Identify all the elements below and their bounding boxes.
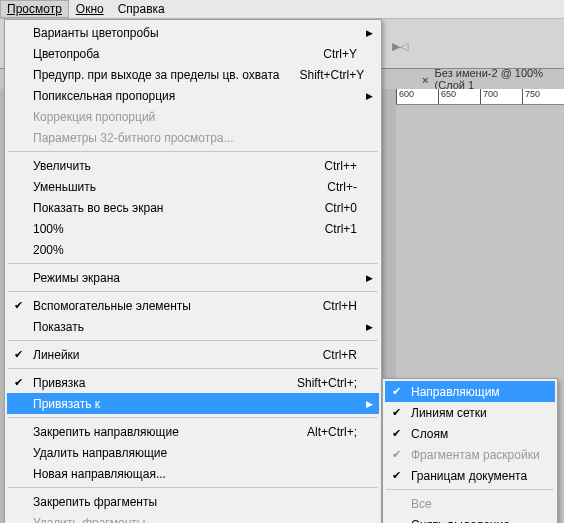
submenu-arrow-icon: ▶ [366,91,373,101]
view-menu-item-новая-направляющая[interactable]: Новая направляющая... [7,463,379,484]
document-tab-title[interactable]: Без имени-2 @ 100% (Слой 1 [435,67,564,91]
snap-menu-item-слоям[interactable]: ✔Слоям [385,423,555,444]
view-menu-item-200[interactable]: 200% [7,239,379,260]
snap-menu-item-границам-документа[interactable]: ✔Границам документа [385,465,555,486]
video-icon: ▶◁ [392,40,408,53]
view-menu-item-separator [8,340,378,341]
check-icon: ✔ [14,299,23,312]
view-menu-item-separator [8,291,378,292]
menu-item-label: Фрагментам раскройки [411,448,540,462]
menu-item-label: Режимы экрана [33,271,357,285]
menu-item-label: Показать во весь экран [33,201,305,215]
snap-menu-item-separator [386,489,554,490]
submenu-arrow-icon: ▶ [366,273,373,283]
close-icon[interactable]: × [422,74,431,84]
view-menu-item-удалить-направляющие[interactable]: Удалить направляющие [7,442,379,463]
snap-to-submenu: ✔Направляющим✔Линиям сетки✔Слоям✔Фрагмен… [382,378,558,523]
menu-item-shortcut: Ctrl+0 [325,201,357,215]
view-menu-item-попиксельная-пропорция[interactable]: Попиксельная пропорция▶ [7,85,379,106]
menu-item-label: Цветопроба [33,47,303,61]
view-menu-item-separator [8,368,378,369]
menu-item-label: Удалить фрагменты [33,516,357,524]
view-menu-item-удалить-фрагменты: Удалить фрагменты [7,512,379,523]
menu-item-label: Снять выделение [411,518,533,524]
menu-item-label: Привязка [33,376,277,390]
menu-item-label: Привязать к [33,397,357,411]
menu-item-label: Новая направляющая... [33,467,357,481]
snap-menu-item-снять-выделение[interactable]: Снять выделение [385,514,555,523]
menu-item-label: Слоям [411,427,533,441]
view-menu-item-предупр-при-выходе-за-пределы-цв-охвата[interactable]: Предупр. при выходе за пределы цв. охват… [7,64,379,85]
menubar: Просмотр Окно Справка [0,0,564,19]
menu-item-shortcut: Alt+Ctrl+; [307,425,357,439]
view-menu-item-separator [8,263,378,264]
menu-item-shortcut: Ctrl+1 [325,222,357,236]
menubar-help[interactable]: Справка [111,0,172,18]
view-menu-item-separator [8,151,378,152]
view-menu-item-режимы-экрана[interactable]: Режимы экрана▶ [7,267,379,288]
view-menu-item-вспомогательные-элементы[interactable]: ✔Вспомогательные элементыCtrl+H [7,295,379,316]
view-menu-item-увеличить[interactable]: УвеличитьCtrl++ [7,155,379,176]
view-menu-item-привязать-к[interactable]: Привязать к▶ [7,393,379,414]
menu-item-label: Варианты цветопробы [33,26,357,40]
snap-menu-item-все: Все [385,493,555,514]
view-menu-item-привязка[interactable]: ✔ПривязкаShift+Ctrl+; [7,372,379,393]
menu-item-label: Линиям сетки [411,406,533,420]
ruler-tick: 600 [396,89,438,105]
view-menu-item-цветопроба[interactable]: ЦветопробаCtrl+Y [7,43,379,64]
menu-item-label: Закрепить фрагменты [33,495,357,509]
view-menu-item-закрепить-направляющие[interactable]: Закрепить направляющиеAlt+Ctrl+; [7,421,379,442]
menu-item-label: Границам документа [411,469,533,483]
snap-menu-item-направляющим[interactable]: ✔Направляющим [385,381,555,402]
menu-item-label: Параметры 32-битного просмотра... [33,131,357,145]
menu-item-shortcut: Ctrl+- [327,180,357,194]
menu-item-label: Коррекция пропорций [33,110,357,124]
check-icon: ✔ [392,469,401,482]
ruler-tick: 750 [522,89,564,105]
menu-item-shortcut: Ctrl+H [323,299,357,313]
view-menu: Варианты цветопробы▶ЦветопробаCtrl+YПред… [4,19,382,523]
check-icon: ✔ [14,348,23,361]
menu-item-label: Попиксельная пропорция [33,89,357,103]
menu-item-label: Направляющим [411,385,533,399]
menu-item-label: Показать [33,320,357,334]
check-icon: ✔ [392,427,401,440]
menu-item-shortcut: Ctrl+Y [323,47,357,61]
menu-item-shortcut: Ctrl++ [324,159,357,173]
menu-item-shortcut: Shift+Ctrl+Y [300,68,365,82]
ruler-tick: 650 [438,89,480,105]
menu-item-shortcut: Shift+Ctrl+; [297,376,357,390]
submenu-arrow-icon: ▶ [366,28,373,38]
menu-item-label: Все [411,497,533,511]
menu-item-label: Предупр. при выходе за пределы цв. охват… [33,68,280,82]
check-icon: ✔ [392,385,401,398]
menu-item-label: Вспомогательные элементы [33,299,303,313]
menu-item-label: Удалить направляющие [33,446,357,460]
menubar-window[interactable]: Окно [69,0,111,18]
check-icon: ✔ [392,448,401,461]
snap-menu-item-линиям-сетки[interactable]: ✔Линиям сетки [385,402,555,423]
submenu-arrow-icon: ▶ [366,399,373,409]
menu-item-label: Увеличить [33,159,304,173]
view-menu-item-варианты-цветопробы[interactable]: Варианты цветопробы▶ [7,22,379,43]
view-menu-item-коррекция-пропорций: Коррекция пропорций [7,106,379,127]
menubar-view[interactable]: Просмотр [0,0,69,18]
view-menu-item-закрепить-фрагменты[interactable]: Закрепить фрагменты [7,491,379,512]
view-menu-item-separator [8,487,378,488]
menu-item-label: 100% [33,222,305,236]
ruler-tick: 700 [480,89,522,105]
view-menu-item-separator [8,417,378,418]
submenu-arrow-icon: ▶ [366,322,373,332]
view-menu-item-параметры-32-битного-просмотра: Параметры 32-битного просмотра... [7,127,379,148]
check-icon: ✔ [14,376,23,389]
view-menu-item-линейки[interactable]: ✔ЛинейкиCtrl+R [7,344,379,365]
view-menu-item-уменьшить[interactable]: УменьшитьCtrl+- [7,176,379,197]
view-menu-item-показать[interactable]: Показать▶ [7,316,379,337]
view-menu-item-100[interactable]: 100%Ctrl+1 [7,218,379,239]
menu-item-label: Закрепить направляющие [33,425,287,439]
check-icon: ✔ [392,406,401,419]
horizontal-ruler: 600650700750 [396,89,564,105]
view-menu-item-показать-во-весь-экран[interactable]: Показать во весь экранCtrl+0 [7,197,379,218]
menu-item-label: Линейки [33,348,303,362]
menu-item-label: Уменьшить [33,180,307,194]
